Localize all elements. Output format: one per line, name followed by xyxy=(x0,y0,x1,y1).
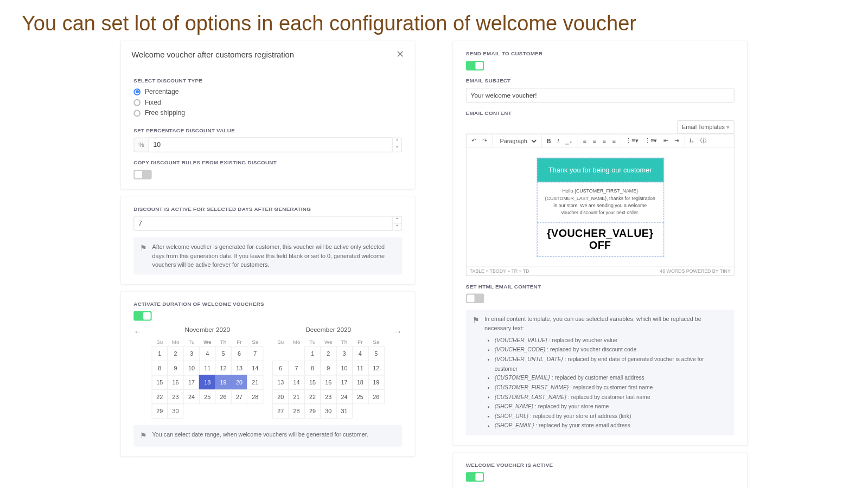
calendar-day[interactable]: 29 xyxy=(151,403,168,418)
calendar-day[interactable]: 5 xyxy=(215,346,231,361)
calendar-day[interactable]: 27 xyxy=(272,403,289,418)
calendar-day[interactable]: 10 xyxy=(336,361,352,375)
calendar-day[interactable]: 21 xyxy=(288,389,304,404)
calendar-day[interactable]: 22 xyxy=(151,389,168,404)
align-center-icon[interactable]: ≡ xyxy=(591,137,598,145)
calendar-day[interactable]: 8 xyxy=(151,361,168,375)
calendar-day[interactable]: 28 xyxy=(288,403,304,418)
email-templates-button[interactable]: Email Templates xyxy=(677,120,734,134)
calendar-day[interactable]: 3 xyxy=(183,346,200,361)
discount-type-radio[interactable]: Percentage xyxy=(133,88,402,95)
calendar-day[interactable]: 16 xyxy=(167,375,183,389)
calendar-day[interactable]: 4 xyxy=(199,346,215,361)
pct-spinner[interactable]: ▲▼ xyxy=(393,137,403,152)
discount-type-radio[interactable]: Fixed xyxy=(133,99,402,106)
calendar-day[interactable]: 5 xyxy=(368,346,384,361)
calendar-day[interactable]: 10 xyxy=(183,361,200,375)
calendar-dow: Th xyxy=(215,336,231,346)
calendar-day[interactable]: 30 xyxy=(320,403,336,418)
calendar-day[interactable]: 24 xyxy=(336,389,352,404)
calendar-day[interactable]: 9 xyxy=(320,361,336,375)
calendar-day[interactable]: 7 xyxy=(288,361,304,375)
calendar-day[interactable]: 18 xyxy=(352,375,368,389)
calendar-day[interactable]: 28 xyxy=(247,389,263,404)
calendar-day[interactable]: 29 xyxy=(304,403,321,418)
calendar-dow: Tu xyxy=(304,336,320,346)
calendar-day[interactable]: 15 xyxy=(304,375,321,389)
prev-month-icon[interactable]: ← xyxy=(133,327,142,337)
calendar-day[interactable]: 8 xyxy=(304,361,321,375)
outdent-icon[interactable]: ⇤ xyxy=(662,136,670,145)
calendar-day[interactable]: 26 xyxy=(368,389,384,404)
calendar-day[interactable]: 11 xyxy=(199,361,215,375)
calendar-day[interactable]: 11 xyxy=(352,361,368,375)
calendar-day[interactable]: 19 xyxy=(368,375,384,389)
calendar-day[interactable]: 27 xyxy=(231,389,247,404)
calendar-day[interactable]: 7 xyxy=(247,346,263,361)
calendar-day[interactable]: 2 xyxy=(167,346,183,361)
calendar-day[interactable]: 17 xyxy=(336,375,352,389)
ul-icon[interactable]: ⋮≡▾ xyxy=(624,136,640,145)
align-right-icon[interactable]: ≡ xyxy=(601,137,608,145)
calendar-day[interactable]: 3 xyxy=(336,346,352,361)
calendar-day[interactable]: 12 xyxy=(368,361,384,375)
calendar-day[interactable]: 25 xyxy=(352,389,368,404)
subject-input[interactable] xyxy=(466,88,735,102)
calendar-day[interactable]: 9 xyxy=(167,361,183,375)
calendar-day[interactable]: 20 xyxy=(231,375,247,389)
calendar-left: November 2020SuMoTuWeThFrSa1234567891011… xyxy=(152,326,263,419)
discount-type-radio[interactable]: Free shipping xyxy=(133,109,402,117)
calendar-day[interactable]: 14 xyxy=(247,361,263,375)
calendar-day[interactable]: 1 xyxy=(151,346,168,361)
align-justify-icon[interactable]: ≡ xyxy=(611,137,617,145)
help-icon[interactable]: ⓘ xyxy=(699,136,708,146)
close-icon[interactable]: ✕ xyxy=(396,49,404,61)
calendar-day[interactable]: 26 xyxy=(215,389,231,404)
clear-format-icon[interactable]: Iₓ xyxy=(688,136,695,145)
calendar-day[interactable]: 30 xyxy=(167,403,183,418)
send-email-toggle[interactable] xyxy=(466,61,484,70)
duration-toggle[interactable] xyxy=(133,311,151,320)
calendar-day[interactable]: 15 xyxy=(151,375,168,389)
next-month-icon[interactable]: → xyxy=(394,327,403,337)
active-days-input[interactable] xyxy=(133,216,392,230)
active-days-spinner[interactable]: ▲▼ xyxy=(393,216,403,230)
calendar-day[interactable]: 6 xyxy=(272,361,289,375)
calendar-dow: Tu xyxy=(183,336,199,346)
calendar-day[interactable]: 22 xyxy=(304,389,321,404)
calendar-day[interactable]: 13 xyxy=(231,361,247,375)
redo-icon[interactable]: ↷ xyxy=(481,136,489,145)
calendar-day[interactable]: 1 xyxy=(304,346,321,361)
bold-icon[interactable]: B xyxy=(545,137,553,145)
calendar-day[interactable]: 20 xyxy=(272,389,289,404)
html-content-toggle[interactable] xyxy=(466,293,484,303)
paragraph-select[interactable]: Paragraph xyxy=(496,136,538,146)
color-icon[interactable]: ⎯▾ xyxy=(564,137,575,145)
calendar-day[interactable]: 12 xyxy=(215,361,231,375)
calendar-day[interactable]: 21 xyxy=(247,375,263,389)
calendar-day[interactable]: 31 xyxy=(336,403,352,418)
calendar-day[interactable]: 25 xyxy=(199,389,215,404)
calendar-day[interactable]: 19 xyxy=(215,375,231,389)
copy-toggle[interactable] xyxy=(133,170,151,179)
indent-icon[interactable]: ⇥ xyxy=(673,136,681,145)
calendar-day[interactable]: 4 xyxy=(352,346,368,361)
align-left-icon[interactable]: ≡ xyxy=(581,137,588,145)
calendar-day[interactable]: 2 xyxy=(320,346,336,361)
calendar-day[interactable]: 23 xyxy=(320,389,336,404)
calendar-day[interactable]: 23 xyxy=(167,389,183,404)
italic-icon[interactable]: I xyxy=(556,137,560,145)
calendar-day[interactable]: 17 xyxy=(183,375,200,389)
pct-input[interactable] xyxy=(149,137,393,152)
calendar-day[interactable]: 13 xyxy=(272,375,289,389)
calendar-day[interactable]: 14 xyxy=(288,375,304,389)
calendar-day[interactable]: 6 xyxy=(231,346,247,361)
calendar-day[interactable]: 18 xyxy=(199,375,215,389)
ol-icon[interactable]: ⋮≡▾ xyxy=(643,136,659,145)
voucher-active-toggle[interactable] xyxy=(466,472,484,482)
calendar-day[interactable]: 16 xyxy=(320,375,336,389)
editor-body[interactable]: Thank you for being our customer Hello {… xyxy=(467,148,734,267)
duration-note: You can select date range, when welcome … xyxy=(152,430,368,441)
undo-icon[interactable]: ↶ xyxy=(470,136,478,145)
calendar-day[interactable]: 24 xyxy=(183,389,200,404)
